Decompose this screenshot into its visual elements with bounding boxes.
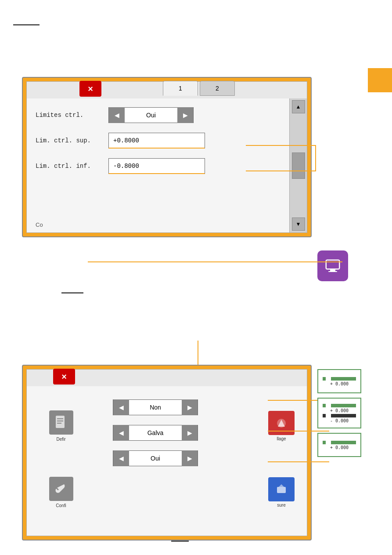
icon-config-container[interactable]: Confi <box>49 477 73 508</box>
svg-rect-10 <box>277 487 286 493</box>
connector-line-1v <box>315 145 316 171</box>
form-row-lim-sup: Lim. ctrl. sup. +0.8000 <box>36 133 281 149</box>
gauge-thumb-2: + 0.000 - 0.000 <box>317 398 361 428</box>
dialog2-right-icons: llage sure <box>259 386 303 532</box>
orange-accent-top <box>368 68 392 92</box>
gauge-bar-3 <box>323 441 356 444</box>
connector-line-d2-v <box>198 341 198 365</box>
blue-icon-container[interactable]: sure <box>268 477 295 508</box>
selector-chgmt[interactable]: ◀ Non ▶ <box>113 399 198 415</box>
connector-line-2 <box>246 170 316 171</box>
gauge-value-1: + 0.000 <box>330 381 349 386</box>
dialog2-outer: × Chgmt auto. ◀ Non ▶ Bargraph <box>22 365 312 540</box>
dialog2-wrapper: × Chgmt auto. ◀ Non ▶ Bargraph <box>22 365 312 540</box>
dialog1-tabs: 1 2 <box>163 81 235 96</box>
selector-right-chgmt[interactable]: ▶ <box>182 399 198 415</box>
dialog1-wrapper: × 1 2 Limites ctrl. ◀ Oui ▶ <box>22 77 312 237</box>
selector-limites-ctrl[interactable]: ◀ Oui ▶ <box>108 107 194 123</box>
dialog1-close-button[interactable]: × <box>79 81 101 97</box>
dialog2-inner: × Chgmt auto. ◀ Non ▶ Bargraph <box>26 369 307 536</box>
selector-right-arrow-limites[interactable]: ▶ <box>177 107 193 123</box>
selector-value-touches: Oui <box>129 455 182 462</box>
svg-rect-2 <box>330 269 335 271</box>
selector-bargraph[interactable]: ◀ Galva ▶ <box>113 425 198 441</box>
gauge-thumbnails: + 0.000 + 0.000 - 0.000 + 0.000 <box>317 369 361 457</box>
label-lim-inf: Lim. ctrl. inf. <box>36 163 101 170</box>
svg-rect-5 <box>57 418 63 419</box>
dialog1-content: Limites ctrl. ◀ Oui ▶ Lim. ctrl. sup. +0… <box>27 98 289 232</box>
icon-config[interactable] <box>49 477 73 501</box>
dialog1-footer-label: Co <box>36 221 43 228</box>
icon-defir-container[interactable]: Defir <box>49 410 73 442</box>
red-icon-svg <box>275 417 288 429</box>
bottom-decorative-line <box>171 540 189 542</box>
scroll-up-arrow[interactable]: ▲ <box>292 100 305 113</box>
dialog1-tab-1[interactable]: 1 <box>163 81 198 96</box>
gauge-bar-2b <box>323 414 356 417</box>
connector-line-g3 <box>268 461 329 462</box>
right-label-2: sure <box>277 503 285 508</box>
icon-defir-label: Defir <box>56 437 65 442</box>
svg-rect-3 <box>328 271 337 272</box>
label-lim-sup: Lim. ctrl. sup. <box>36 137 101 144</box>
input-lim-inf[interactable]: -0.8000 <box>108 158 205 174</box>
red-icon-container[interactable]: llage <box>268 411 295 441</box>
dialog1-outer: × 1 2 Limites ctrl. ◀ Oui ▶ <box>22 77 312 237</box>
selector-right-touches[interactable]: ▶ <box>182 450 198 466</box>
selector-left-bargraph[interactable]: ◀ <box>113 425 129 441</box>
close-icon-2: × <box>61 372 67 382</box>
blue-action-icon[interactable] <box>268 477 295 501</box>
label-limites-ctrl: Limites ctrl. <box>36 112 101 119</box>
connector-line-1 <box>246 145 316 146</box>
selector-touches[interactable]: ◀ Oui ▶ <box>113 450 198 466</box>
connector-line-to-icon <box>88 261 342 262</box>
gauge-bar-1 <box>323 377 356 381</box>
gauge-value-3: + 0.000 <box>330 445 349 450</box>
gauge-thumb-3: + 0.000 <box>317 433 361 457</box>
selector-left-touches[interactable]: ◀ <box>113 450 129 466</box>
icon-defir[interactable] <box>49 410 73 435</box>
blue-icon-svg <box>275 483 288 496</box>
wrench-icon <box>54 482 68 496</box>
svg-rect-7 <box>57 423 61 424</box>
scroll-down-arrow[interactable]: ▼ <box>292 218 305 231</box>
document-icon <box>54 415 68 430</box>
top-decorative-line <box>13 24 40 25</box>
dialog2-close-button[interactable]: × <box>53 369 75 385</box>
svg-marker-11 <box>279 484 284 487</box>
dialog2-left-icons: Defir Confi <box>30 386 92 532</box>
scroll-thumb[interactable] <box>292 152 305 179</box>
right-label-1: llage <box>277 436 286 441</box>
svg-rect-4 <box>56 416 65 428</box>
input-lim-sup[interactable]: +0.8000 <box>108 133 205 149</box>
gauge-thumb-1: + 0.000 <box>317 369 361 393</box>
form-row-limites-ctrl: Limites ctrl. ◀ Oui ▶ <box>36 107 281 123</box>
close-icon: × <box>88 84 93 94</box>
gauge-bar-2a <box>323 404 356 407</box>
dialog1-scrollbar: ▲ ▼ <box>289 98 307 232</box>
dialog1-tab-2[interactable]: 2 <box>200 81 235 96</box>
purple-monitor-icon[interactable] <box>317 250 348 281</box>
mid-decorative-line <box>61 292 83 294</box>
gauge-value-2b: - 0.000 <box>330 418 349 423</box>
gauge-value-2a: + 0.000 <box>330 408 349 413</box>
svg-rect-6 <box>57 421 63 421</box>
form-row-lim-inf: Lim. ctrl. inf. -0.8000 <box>36 158 281 174</box>
icon-config-label: Confi <box>56 503 66 508</box>
monitor-svg <box>324 257 342 275</box>
selector-right-bargraph[interactable]: ▶ <box>182 425 198 441</box>
selector-value-limites: Oui <box>125 112 177 119</box>
selector-value-bargraph: Galva <box>129 429 182 436</box>
selector-left-arrow-limites[interactable]: ◀ <box>109 107 125 123</box>
selector-left-chgmt[interactable]: ◀ <box>113 399 129 415</box>
dialog1-inner: × 1 2 Limites ctrl. ◀ Oui ▶ <box>26 81 307 233</box>
selector-value-chgmt: Non <box>129 404 182 411</box>
